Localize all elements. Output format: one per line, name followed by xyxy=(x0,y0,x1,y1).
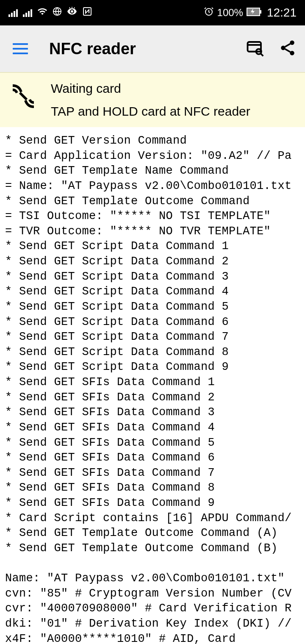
svg-point-9 xyxy=(290,41,294,45)
banner-title: Waiting card xyxy=(51,81,250,96)
waiting-banner: Waiting card TAP and HOLD card at NFC re… xyxy=(0,72,305,127)
signal-bars-1-icon xyxy=(8,8,18,17)
menu-button[interactable] xyxy=(13,43,28,54)
status-left xyxy=(8,6,92,19)
log-output[interactable]: * Send GET Version Command = Card Applic… xyxy=(0,127,305,644)
svg-point-10 xyxy=(281,46,286,50)
svg-rect-5 xyxy=(248,42,261,52)
eye-icon xyxy=(67,6,77,19)
svg-line-14 xyxy=(20,93,27,100)
globe-icon xyxy=(53,7,62,19)
svg-rect-4 xyxy=(260,10,261,14)
svg-point-11 xyxy=(290,51,294,56)
card-search-button[interactable] xyxy=(246,39,264,58)
signal-bars-2-icon xyxy=(23,8,32,17)
status-bar: 100% 12:21 xyxy=(0,0,305,25)
svg-line-8 xyxy=(261,54,263,56)
status-right: 100% 12:21 xyxy=(204,6,297,19)
clock-time: 12:21 xyxy=(267,6,297,19)
battery-percent: 100% xyxy=(217,7,243,19)
share-button[interactable] xyxy=(279,39,297,58)
banner-subtitle: TAP and HOLD card at NFC reader xyxy=(51,104,250,119)
banner-text: Waiting card TAP and HOLD card at NFC re… xyxy=(51,81,250,119)
nfc-status-icon xyxy=(82,6,92,19)
svg-line-12 xyxy=(285,44,290,47)
alarm-icon xyxy=(204,6,214,19)
app-title: NFC reader xyxy=(41,40,233,58)
battery-icon xyxy=(247,7,262,19)
wifi-icon xyxy=(37,6,47,19)
nfc-wave-icon xyxy=(11,83,36,109)
toolbar xyxy=(246,39,297,58)
app-bar: NFC reader xyxy=(0,25,305,72)
svg-line-13 xyxy=(285,49,290,52)
